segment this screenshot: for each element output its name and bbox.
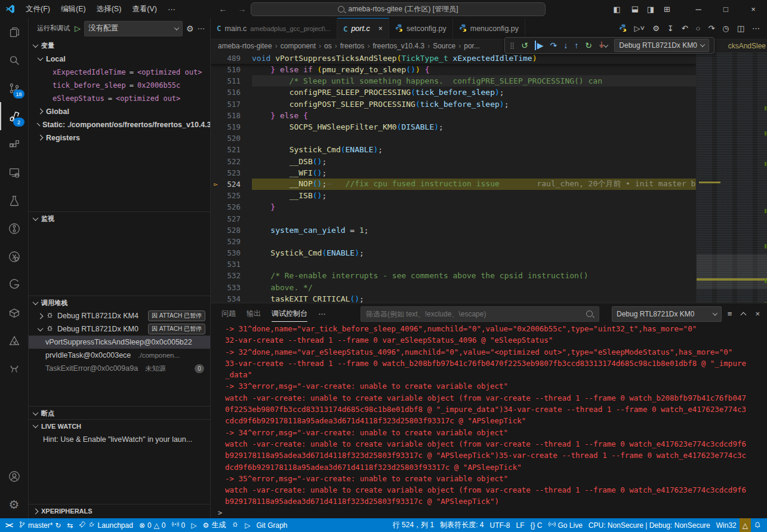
python-logo-icon[interactable] <box>619 24 627 33</box>
variables-group[interactable]: Static: ./component/os/freertos/freertos… <box>29 118 210 131</box>
timeline-icon[interactable]: ◷ <box>722 24 729 33</box>
code-line[interactable]: 533 above. */ <box>211 282 696 293</box>
code-line[interactable]: 521 Systick_Cmd(ENABLE); <box>211 144 696 155</box>
embedded-tools-icon[interactable] <box>0 327 28 355</box>
step-over-icon[interactable]: ↷ <box>550 41 557 50</box>
toggle-secondary-sidebar-icon[interactable]: ◨ <box>647 5 654 14</box>
toggle-sidebar-icon[interactable]: ◧ <box>613 5 620 14</box>
code-line[interactable]: 520 <box>211 133 696 144</box>
run-python-icon[interactable]: ▷˅ <box>634 24 645 33</box>
status-notifications[interactable] <box>751 518 765 532</box>
status-go-live[interactable]: Go Live <box>546 518 586 532</box>
status-launchpad[interactable]: Launchpad <box>76 518 135 532</box>
run-and-debug-icon[interactable]: 2 <box>0 102 28 130</box>
panel-tab-输出[interactable]: 输出 <box>247 306 261 322</box>
debug-settings-gear-icon[interactable]: ⚙ <box>186 24 194 33</box>
status-remote-indicator[interactable]: >< <box>2 518 16 532</box>
variables-header[interactable]: 变量 <box>29 39 210 53</box>
git-graph-icon[interactable] <box>0 214 28 242</box>
maximize-panel-icon[interactable] <box>741 312 747 318</box>
debug-console-output[interactable]: -> 31^done,name="var_tick_before_sleep_4… <box>211 324 767 508</box>
live-watch-header[interactable]: LIVE WATCH <box>29 420 210 433</box>
code-line[interactable]: 516 configPRE_SLEEP_PROCESSING(tick_befo… <box>211 87 696 98</box>
menu-more[interactable]: ⋯ <box>162 5 181 14</box>
call-stack-header[interactable]: 调用堆栈 <box>29 296 210 309</box>
code-line[interactable]: 530 Systick_Cmd(ENABLE); <box>211 247 696 259</box>
watch-header[interactable]: 监视 <box>29 212 210 225</box>
code-line[interactable]: 528 system_can_yield = 1; <box>211 225 696 236</box>
testing-icon[interactable] <box>0 186 28 214</box>
console-filter-input[interactable] <box>361 310 586 318</box>
status-platform[interactable]: Win32 <box>713 518 740 532</box>
console-filter[interactable] <box>361 306 599 322</box>
record-icon[interactable]: ○ <box>696 24 701 33</box>
maximize-button[interactable]: □ <box>712 0 740 18</box>
more-actions-icon[interactable]: ⋯ <box>198 24 206 33</box>
variables-group[interactable]: Registers <box>29 131 210 144</box>
breadcrumb-item[interactable]: component <box>281 42 316 50</box>
stack-frame[interactable]: prvIdleTask@0x0c003ece./componen... <box>29 349 210 362</box>
breakpoints-header[interactable]: 断点 <box>29 407 210 419</box>
search-icon[interactable] <box>0 46 28 74</box>
debug-console-input[interactable]: > <box>211 508 767 518</box>
start-debug-icon[interactable]: ▷ <box>75 24 81 33</box>
word-wrap-icon[interactable]: ≡ <box>728 309 732 318</box>
code-line[interactable]: 531 <box>211 259 696 270</box>
panel-tab-问题[interactable]: 问题 <box>221 306 236 322</box>
variable-row[interactable]: eSleepStatus = <optimized out> <box>29 92 210 105</box>
xperipherals-header[interactable]: XPERIPHERALS <box>29 505 210 518</box>
variables-group[interactable]: Local <box>29 53 210 66</box>
python-settings-gear-icon[interactable]: ⚙ <box>652 24 660 33</box>
breadcrumb-item[interactable]: os <box>324 42 332 50</box>
status-eol[interactable]: LF <box>513 518 527 532</box>
status-bug[interactable] <box>229 518 242 532</box>
variable-row[interactable]: tick_before_sleep = 0x2006b55c <box>29 79 210 92</box>
code-line[interactable]: 518 } else { <box>211 110 696 121</box>
menu-item-0[interactable]: 文件(F) <box>20 4 56 14</box>
breadcrumb-item[interactable]: Source <box>433 42 455 50</box>
toggle-panel-icon[interactable]: ◧ <box>629 5 638 13</box>
explorer-icon[interactable] <box>0 18 28 46</box>
status-git-graph[interactable]: Git Graph <box>253 518 290 532</box>
step-into-icon[interactable]: ↓ <box>563 41 568 50</box>
code-line[interactable]: 525 __ISB(); <box>211 190 696 201</box>
tab-close-icon[interactable]: × <box>378 24 383 33</box>
status-git-branch[interactable]: master*↻ <box>16 518 64 532</box>
code-line[interactable]: 517 configPOST_SLEEP_PROCESSING(tick_bef… <box>211 99 696 110</box>
breadcrumb-item[interactable]: freertos_v10.4.3 <box>372 42 424 50</box>
tab-menuconfig.py[interactable]: menuconfig.py <box>453 18 525 39</box>
status-git-compare[interactable]: ⇆ <box>64 518 76 532</box>
nav-forward-icon[interactable]: → <box>238 4 246 14</box>
settings-gear-icon[interactable]: ⚙ <box>0 490 28 518</box>
status-cpu-debug-mode[interactable]: CPU: NonSecure | Debug: NonSecure <box>586 518 713 532</box>
status-run-task[interactable]: ▷ <box>242 518 253 532</box>
status-problems[interactable]: ⊗0△0 <box>136 518 169 532</box>
code-line[interactable]: ▻524 __NOP();→ //fix cpu fused instructi… <box>211 179 696 190</box>
stack-frame[interactable]: vPortSuppressTicksAndSleep@0x0c005b22 <box>29 336 210 349</box>
menu-item-2[interactable]: 选择(S) <box>91 4 127 14</box>
peripherals-icon[interactable] <box>0 355 28 383</box>
more-actions-icon[interactable]: ⋯ <box>752 24 760 33</box>
panel-session-dropdown[interactable]: Debug RTL8721Dx KM0 <box>612 306 722 322</box>
code-area[interactable]: 489void vPortSuppressTicksAndSleep(TickT… <box>211 53 696 303</box>
code-line[interactable]: 527 <box>211 213 696 224</box>
status-extension-warning[interactable]: △ <box>740 518 751 532</box>
debug-config-dropdown[interactable]: 没有配置 <box>84 21 183 36</box>
status-encoding[interactable]: UTF-8 <box>486 518 513 532</box>
code-line[interactable]: 510 } else if (pmu_ready_to_sleep()) { <box>211 64 696 75</box>
variable-row[interactable]: xExpectedIdleTime = <optimized out> <box>29 66 210 79</box>
status-debug-start[interactable]: ▷ <box>188 518 199 532</box>
source-control-icon[interactable]: 18 <box>0 74 28 102</box>
status-indentation[interactable]: 制表符长度: 4 <box>437 518 486 532</box>
disconnect-icon[interactable]: ⏚ <box>599 41 608 50</box>
continue-icon[interactable]: ▶ <box>535 41 544 50</box>
minimap-slider[interactable] <box>697 254 767 289</box>
drag-handle-icon[interactable]: ⣿ <box>510 42 515 50</box>
step-forward-icon[interactable]: ↷ <box>708 24 714 33</box>
breadcrumb-item[interactable]: ameba-rtos-gitee <box>218 42 272 50</box>
code-line[interactable]: 523 __WFI(); <box>211 167 696 179</box>
remote-explorer-icon[interactable] <box>0 158 28 186</box>
extensions-icon[interactable] <box>0 130 28 158</box>
code-line[interactable]: 522 __DSB(); <box>211 156 696 167</box>
call-stack-session[interactable]: Debug RTL8721Dx KM0因 ATTACH 已暂停 <box>29 322 210 336</box>
